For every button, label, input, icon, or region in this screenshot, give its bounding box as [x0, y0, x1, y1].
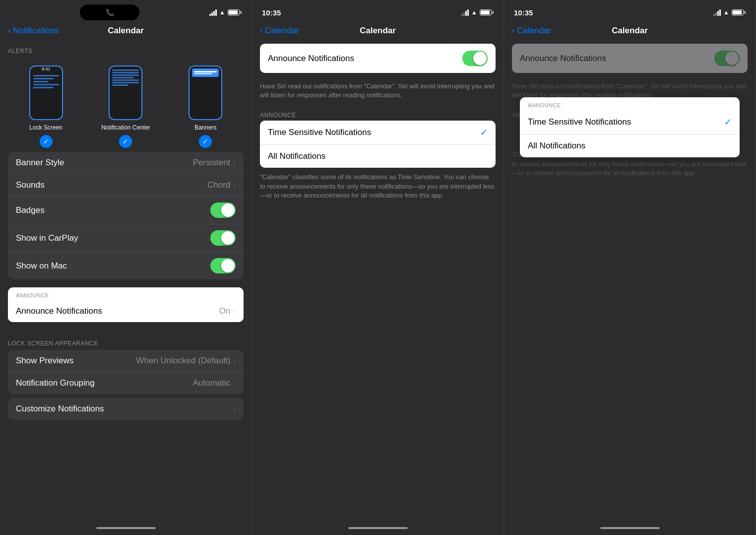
announce-notifications-label: Announce Notifications [16, 306, 102, 316]
notification-center-check[interactable]: ✓ [119, 135, 132, 148]
all-notifications-label-2: All Notifications [268, 151, 325, 161]
sounds-val-text: Chord [207, 180, 230, 190]
back-button-3[interactable]: ‹ Calendar [512, 26, 551, 36]
customize-notifications-row[interactable]: Customize Notifications › [8, 398, 244, 420]
back-label-3[interactable]: Calendar [517, 26, 551, 36]
signal-bar-2 [211, 12, 213, 16]
nav-title-2: Calendar [360, 26, 396, 36]
announce-top-label-3-bg: Announce Notifications [520, 54, 606, 64]
announce-toggle-knob-3-bg [725, 52, 739, 65]
signal-bar-4 [215, 9, 217, 16]
sounds-row[interactable]: Sounds Chord › [8, 174, 244, 197]
panel-1: 📞 ▲ ‹ Notifications Calendar [0, 0, 252, 535]
customize-group: Customize Notifications › [8, 398, 244, 420]
back-label-1[interactable]: Notifications [13, 26, 59, 36]
nav-title-1: Calendar [108, 26, 144, 36]
show-previews-chevron: › [233, 357, 236, 365]
announce-notifications-chevron: › [233, 307, 236, 315]
banner-style-value: Persistent › [193, 158, 236, 168]
battery-icon [228, 9, 242, 15]
alert-item-notification-center[interactable]: Notification Center ✓ [101, 66, 150, 148]
wifi-icon-3: ▲ [723, 9, 729, 16]
badges-toggle-knob [221, 203, 235, 217]
alert-item-lock-screen[interactable]: 9:41 Lock Screen ✓ [29, 66, 63, 148]
notification-grouping-chevron: › [233, 379, 236, 387]
popup-time-sensitive-check: ✓ [724, 117, 732, 128]
signal-bars [209, 9, 217, 16]
popup-overlay-3: ANNOUNCE Time Sensitive Notifications ✓ … [504, 97, 756, 157]
all-notifications-row-2[interactable]: All Notifications [260, 145, 496, 168]
show-previews-val-text: When Unlocked (Default) [136, 356, 230, 366]
lock-screen-check[interactable]: ✓ [40, 135, 53, 148]
announce-toggle-2[interactable] [462, 51, 488, 66]
show-previews-row[interactable]: Show Previews When Unlocked (Default) › [8, 350, 244, 372]
announce-top-card-2: Announce Notifications [260, 44, 496, 73]
wifi-icon-2: ▲ [471, 9, 477, 16]
show-mac-label: Show on Mac [16, 261, 67, 271]
banner-style-row[interactable]: Banner Style Persistent › [8, 152, 244, 174]
back-label-2[interactable]: Calendar [265, 26, 299, 36]
banners-check[interactable]: ✓ [199, 135, 212, 148]
settings-group-1: Banner Style Persistent › Sounds Chord ›… [8, 152, 244, 279]
announce-options-card-2: Time Sensitive Notifications ✓ All Notif… [260, 121, 496, 168]
home-bar-2 [252, 523, 504, 535]
status-icons-3: ▲ [713, 9, 746, 16]
signal-bar-1 [209, 14, 211, 16]
time-sensitive-check-2: ✓ [480, 127, 488, 138]
time-sensitive-label-2: Time Sensitive Notifications [268, 128, 371, 137]
badges-row[interactable]: Badges [8, 197, 244, 224]
popup-header-3: ANNOUNCE [520, 97, 740, 110]
back-chevron-3: ‹ [512, 25, 515, 36]
banner-style-chevron: › [233, 159, 236, 167]
popup-time-sensitive-row[interactable]: Time Sensitive Notifications ✓ [520, 110, 740, 134]
show-carplay-label: Show in CarPlay [16, 233, 78, 243]
status-bar-2: 10:35 ▲ [252, 0, 504, 22]
show-carplay-toggle[interactable] [210, 230, 236, 246]
panel-3: 10:35 ▲ ‹ Calendar Calendar [504, 0, 756, 535]
nav-bar-3: ‹ Calendar Calendar [504, 22, 756, 38]
alert-item-banners[interactable]: Banners ✓ [189, 66, 222, 148]
notification-grouping-row[interactable]: Notification Grouping Automatic › [8, 372, 244, 394]
panel-2: 10:35 ▲ ‹ Calendar Calendar [252, 0, 504, 535]
notification-center-label: Notification Center [101, 124, 150, 131]
notification-grouping-value: Automatic › [193, 378, 236, 388]
badges-toggle[interactable] [210, 202, 236, 218]
alerts-section-header: ALERTS [0, 38, 252, 58]
announce-notifications-val-text: On [219, 306, 231, 316]
announce-notifications-value: On › [219, 306, 236, 316]
status-icons-1: ▲ [209, 9, 242, 16]
announce-toggle-3-bg [714, 51, 740, 66]
customize-notifications-chevron: › [233, 405, 236, 413]
status-icons-2: ▲ [461, 9, 494, 16]
status-bar-1: 📞 ▲ [0, 0, 252, 22]
show-mac-toggle[interactable] [210, 258, 236, 273]
announce-header-1: ANNOUNCE [8, 287, 244, 300]
sounds-chevron: › [233, 181, 236, 189]
notification-grouping-val-text: Automatic [193, 378, 231, 388]
sounds-value: Chord › [207, 180, 236, 190]
lock-screen-appearance-group: Show Previews When Unlocked (Default) › … [8, 350, 244, 394]
lock-screen-phone: 9:41 [29, 66, 63, 120]
announce-highlight-card: ANNOUNCE Announce Notifications On › [8, 287, 244, 322]
show-mac-row[interactable]: Show on Mac [8, 252, 244, 279]
dynamic-island: 📞 [80, 4, 139, 20]
banners-label: Banners [194, 124, 217, 131]
announce-section-header-2: ANNOUNCE [252, 108, 504, 121]
lock-screen-time: 9:41 [30, 67, 62, 71]
nav-bar-2: ‹ Calendar Calendar [252, 22, 504, 38]
status-time-3: 10:35 [514, 8, 533, 17]
time-sensitive-row-2[interactable]: Time Sensitive Notifications ✓ [260, 121, 496, 145]
customize-notifications-value: › [233, 405, 236, 413]
banner-style-label: Banner Style [16, 158, 64, 168]
announce-footer-2: "Calendar" classifies some of its notifi… [252, 168, 504, 205]
home-bar-1 [0, 523, 252, 535]
back-button-1[interactable]: ‹ Notifications [8, 26, 59, 36]
show-carplay-row[interactable]: Show in CarPlay [8, 224, 244, 252]
content-2: Announce Notifications Have Siri read ou… [252, 38, 504, 523]
content-3: Announce Notifications Have Siri read ou… [504, 38, 756, 523]
popup-all-notifications-label: All Notifications [528, 141, 585, 151]
notification-center-phone [109, 66, 142, 120]
announce-notifications-row[interactable]: Announce Notifications On › [8, 300, 244, 322]
back-button-2[interactable]: ‹ Calendar [260, 26, 299, 36]
popup-all-notifications-row[interactable]: All Notifications [520, 134, 740, 157]
